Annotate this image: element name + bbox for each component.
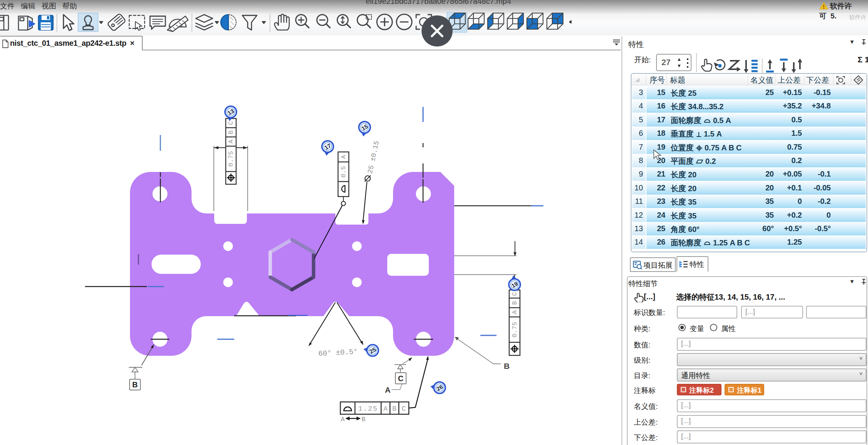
svg-text:0.5: 0.5 xyxy=(340,166,347,178)
svg-text:C: C xyxy=(511,292,518,296)
svg-text:60° ±0.5°: 60° ±0.5° xyxy=(318,348,358,358)
svg-text:1.25: 1.25 xyxy=(358,405,378,413)
svg-text:A: A xyxy=(511,310,518,314)
svg-text:A: A xyxy=(340,155,347,159)
svg-text:0.75: 0.75 xyxy=(511,322,518,338)
svg-text:C: C xyxy=(398,374,403,383)
svg-text:A: A xyxy=(383,405,388,413)
svg-text:B: B xyxy=(511,301,518,305)
svg-text:B: B xyxy=(362,416,365,423)
svg-text:C: C xyxy=(227,121,235,125)
svg-text:A: A xyxy=(385,386,390,394)
svg-text:B: B xyxy=(392,405,397,413)
svg-text:25 ±0.15: 25 ±0.15 xyxy=(366,140,381,174)
svg-text:B: B xyxy=(504,362,510,370)
svg-text:A: A xyxy=(341,416,345,423)
svg-text:A: A xyxy=(227,139,235,143)
svg-text:B: B xyxy=(132,380,138,389)
svg-text:B: B xyxy=(227,130,235,134)
svg-text:0.75: 0.75 xyxy=(227,151,235,167)
svg-text:C: C xyxy=(402,405,406,413)
